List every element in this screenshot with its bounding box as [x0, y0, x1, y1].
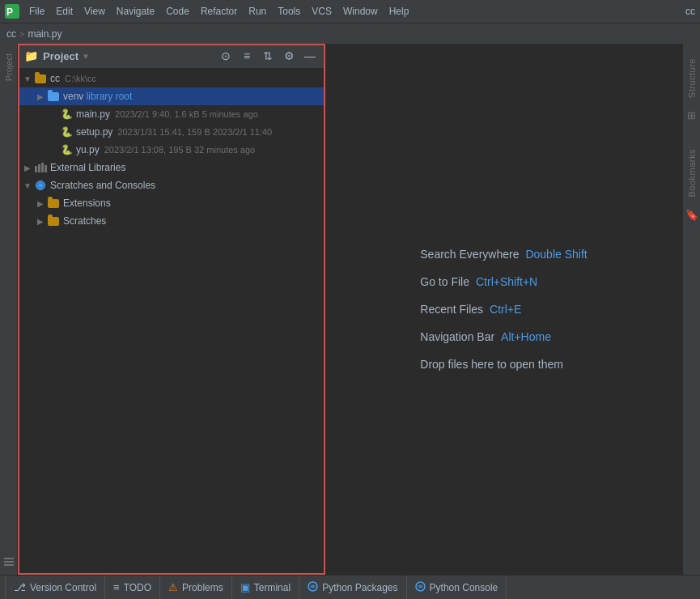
- hint-recent-files: Recent Files Ctrl+E: [420, 303, 521, 316]
- menu-tools[interactable]: Tools: [273, 4, 305, 19]
- python-packages-icon: [308, 581, 318, 594]
- tree-item-setup-py[interactable]: 🐍 setup.py 2023/1/31 15:41, 159 B 2023/2…: [18, 123, 325, 141]
- tree-label-scratches: Scratches: [63, 215, 106, 227]
- menu-run[interactable]: Run: [244, 4, 271, 19]
- py-icon-setup: 🐍: [60, 125, 73, 138]
- ext-libs-icon: [34, 161, 47, 174]
- locate-button[interactable]: ⊙: [218, 48, 234, 64]
- tree-arrow-yu-py: [47, 143, 60, 156]
- editor-area: Search Everywhere Double Shift Go to Fil…: [325, 44, 682, 575]
- sidebar: 📁 Project ▼ ⊙ ≡ ⇅ ⚙ — ▼ cc C:\kk\cc: [18, 44, 325, 575]
- breadcrumb-root[interactable]: cc: [6, 28, 16, 40]
- tree-item-cc[interactable]: ▼ cc C:\kk\cc: [18, 70, 325, 87]
- scratches-consoles-icon: [34, 179, 47, 192]
- bottom-problems[interactable]: ⚠ Problems: [160, 576, 232, 599]
- project-folder-icon: 📁: [24, 49, 38, 62]
- folder-icon-scratches: [47, 215, 60, 227]
- todo-icon: ≡: [113, 581, 120, 593]
- hint-area: Search Everywhere Double Shift Go to Fil…: [404, 232, 603, 387]
- folder-icon-extensions: [47, 197, 60, 210]
- tree-item-external-libs[interactable]: ▶ External Libraries: [18, 159, 325, 176]
- menu-file[interactable]: File: [24, 4, 49, 19]
- bottom-python-packages[interactable]: Python Packages: [299, 576, 406, 599]
- bottom-version-control[interactable]: ⎇ Version Control: [5, 576, 105, 599]
- terminal-icon: ▣: [240, 581, 250, 593]
- problems-label: Problems: [182, 582, 223, 593]
- tree-item-venv[interactable]: ▶ venv library root: [18, 87, 325, 105]
- terminal-label: Terminal: [254, 582, 291, 593]
- tree-arrow-external-libs: ▶: [21, 161, 34, 174]
- version-control-label: Version Control: [30, 582, 96, 593]
- left-edge-bar: Project: [0, 44, 18, 575]
- bottom-terminal[interactable]: ▣ Terminal: [232, 576, 299, 599]
- breadcrumb-file[interactable]: main.py: [28, 28, 62, 40]
- menu-view[interactable]: View: [79, 4, 110, 19]
- tree-item-scratches-consoles[interactable]: ▼ Scratches and Consoles: [18, 176, 325, 194]
- app-logo: P: [5, 4, 19, 19]
- tree-label-venv: venv: [63, 91, 83, 102]
- settings-button[interactable]: ⚙: [281, 48, 297, 64]
- tree-label-cc: cc: [50, 73, 60, 84]
- breadcrumb: cc > main.py: [0, 23, 700, 44]
- tree-arrow-cc: ▼: [21, 72, 34, 85]
- sort-button[interactable]: ⇅: [260, 48, 276, 64]
- menu-window[interactable]: Window: [338, 4, 383, 19]
- sidebar-header: 📁 Project ▼ ⊙ ≡ ⇅ ⚙ —: [18, 44, 325, 68]
- sidebar-dropdown-arrow[interactable]: ▼: [82, 52, 90, 61]
- python-console-label: Python Console: [430, 582, 498, 593]
- svg-text:P: P: [6, 6, 13, 18]
- tree-arrow-setup-py: [47, 125, 60, 138]
- menu-edit[interactable]: Edit: [51, 4, 78, 19]
- file-tree: ▼ cc C:\kk\cc ▶ venv library root 🐍: [18, 68, 325, 575]
- hint-navigation-bar: Navigation Bar Alt+Home: [420, 330, 551, 343]
- breadcrumb-separator: >: [19, 29, 24, 39]
- tree-label-yu-py: yu.py: [76, 144, 100, 155]
- hint-drop-files: Drop files here to open them: [420, 358, 563, 371]
- navigation-bar-label: Navigation Bar: [420, 330, 494, 343]
- python-console-icon: [415, 581, 426, 594]
- menu-vcs[interactable]: VCS: [307, 4, 337, 19]
- sidebar-toolbar: ⊙ ≡ ⇅ ⚙ —: [218, 48, 318, 64]
- tree-item-extensions[interactable]: ▶ Extensions: [18, 194, 325, 212]
- todo-label: TODO: [124, 582, 151, 593]
- menu-refactor[interactable]: Refactor: [196, 4, 242, 19]
- menubar-cc-label: cc: [685, 6, 695, 17]
- structure-panel-label[interactable]: Structure: [685, 50, 698, 106]
- go-to-file-shortcut: Ctrl+Shift+N: [476, 275, 537, 288]
- py-icon-main: 🐍: [60, 108, 73, 121]
- main-content: Project 📁 Project ▼ ⊙ ≡ ⇅ ⚙ —: [0, 44, 700, 575]
- svg-rect-3: [4, 561, 14, 563]
- tree-label-external-libs: External Libraries: [50, 162, 125, 173]
- menu-code[interactable]: Code: [161, 4, 194, 19]
- bookmarks-panel-label[interactable]: Bookmarks: [685, 141, 698, 206]
- tree-meta-main-py: 2023/2/1 9:40, 1.6 kB 5 minutes ago: [115, 109, 258, 119]
- tree-item-main-py[interactable]: 🐍 main.py 2023/2/1 9:40, 1.6 kB 5 minute…: [18, 105, 325, 123]
- bottom-python-console[interactable]: Python Console: [407, 576, 507, 599]
- navigation-bar-shortcut: Alt+Home: [501, 330, 551, 343]
- tree-meta-setup-py: 2023/1/31 15:41, 159 B 2023/2/1 11:40: [117, 127, 272, 137]
- tree-item-yu-py[interactable]: 🐍 yu.py 2023/2/1 13:08, 195 B 32 minutes…: [18, 141, 325, 159]
- right-side-bar: Structure ⊞ Bookmarks 🔖: [682, 44, 700, 575]
- python-packages-label: Python Packages: [322, 582, 397, 593]
- edge-icon-1[interactable]: [2, 555, 15, 568]
- project-tab-label[interactable]: Project: [2, 47, 15, 87]
- svg-rect-4: [4, 564, 14, 566]
- structure-icon: ⊞: [687, 109, 696, 121]
- folder-icon-cc: [34, 72, 47, 85]
- folder-icon-venv: [47, 90, 60, 103]
- tree-arrow-main-py: [47, 108, 60, 121]
- tree-item-scratches[interactable]: ▶ Scratches: [18, 212, 325, 230]
- problems-icon: ⚠: [168, 581, 178, 593]
- tree-arrow-extensions: ▶: [34, 197, 47, 210]
- bottom-todo[interactable]: ≡ TODO: [105, 576, 160, 599]
- tree-label-extensions: Extensions: [63, 198, 111, 209]
- menu-help[interactable]: Help: [384, 4, 414, 19]
- bookmarks-icon: 🔖: [685, 209, 698, 221]
- menu-navigate[interactable]: Navigate: [112, 4, 159, 19]
- tree-arrow-scratches: ▶: [34, 215, 47, 227]
- tree-badge-venv: library root: [83, 91, 132, 102]
- go-to-file-label: Go to File: [420, 275, 469, 288]
- hint-search-everywhere: Search Everywhere Double Shift: [420, 248, 587, 261]
- more-button[interactable]: —: [302, 48, 318, 64]
- collapse-button[interactable]: ≡: [239, 48, 255, 64]
